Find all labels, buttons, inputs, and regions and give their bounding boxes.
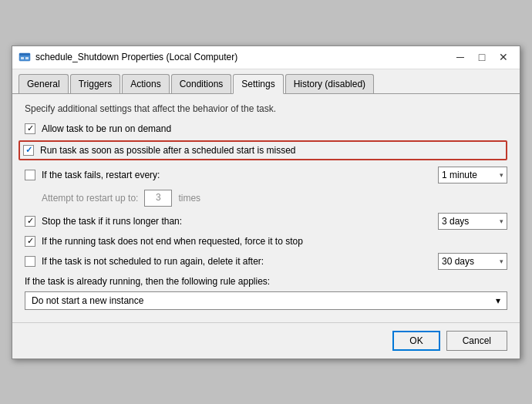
checkbox-delete[interactable]	[25, 256, 35, 267]
option-force-stop: If the running task does not end when re…	[25, 236, 507, 247]
dropdown-stop-duration-value: 3 days	[442, 216, 469, 227]
dropdown-restart-every-value: 1 minute	[442, 170, 477, 180]
tab-triggers[interactable]: Triggers	[70, 74, 121, 93]
maximize-button[interactable]: □	[472, 49, 492, 66]
tab-actions[interactable]: Actions	[122, 74, 169, 93]
ok-button[interactable]: OK	[392, 331, 439, 351]
checkbox-if-task-fails[interactable]	[25, 170, 35, 180]
dropdown-restart-every-arrow: ▾	[500, 171, 503, 179]
dropdown-stop-duration-arrow: ▾	[500, 217, 503, 225]
checkbox-run-after-missed[interactable]	[23, 145, 34, 156]
dropdown-running-rule[interactable]: Do not start a new instance ▾	[25, 291, 507, 310]
minimize-button[interactable]: ─	[450, 49, 470, 66]
row-left-stop-if-longer: Stop the task if it runs longer than:	[25, 216, 182, 227]
input-restart-count[interactable]: 3	[144, 190, 172, 207]
dialog-footer: OK Cancel	[12, 322, 520, 359]
title-bar: schedule_Shutdown Properties (Local Comp…	[12, 46, 520, 69]
option-run-after-missed: Run task as soon as possible after a sch…	[19, 140, 507, 160]
checkbox-force-stop[interactable]	[25, 236, 35, 247]
label-stop-if-longer: Stop the task if it runs longer than:	[42, 216, 182, 227]
tab-bar: General Triggers Actions Conditions Sett…	[12, 69, 520, 94]
dropdown-delete-after-value: 30 days	[442, 256, 474, 267]
row-stop-if-longer: Stop the task if it runs longer than: 3 …	[25, 213, 507, 230]
dropdown-restart-every[interactable]: 1 minute ▾	[438, 167, 507, 183]
label-run-after-missed: Run task as soon as possible after a sch…	[40, 145, 296, 156]
option-allow-run-on-demand: Allow task to be run on demand	[25, 123, 507, 134]
label-allow-run-on-demand: Allow task to be run on demand	[42, 123, 171, 134]
dropdown-delete-after-arrow: ▾	[500, 258, 503, 265]
row-left-delete: If the task is not scheduled to run agai…	[25, 256, 264, 267]
title-bar-left: schedule_Shutdown Properties (Local Comp…	[19, 51, 237, 63]
rule-label: If the task is already running, then the…	[25, 276, 507, 287]
window-icon	[19, 51, 31, 63]
row-if-task-fails: If the task fails, restart every: 1 minu…	[25, 167, 507, 183]
title-bar-controls: ─ □ ✕	[450, 49, 513, 66]
row-delete-if-not-scheduled: If the task is not scheduled to run agai…	[25, 253, 507, 270]
label-if-task-fails: If the task fails, restart every:	[42, 170, 160, 180]
tab-general[interactable]: General	[19, 74, 69, 93]
cancel-button[interactable]: Cancel	[446, 331, 507, 351]
tab-conditions[interactable]: Conditions	[171, 74, 232, 93]
description-text: Specify additional settings that affect …	[25, 103, 507, 114]
svg-rect-2	[21, 57, 24, 59]
close-button[interactable]: ✕	[493, 49, 513, 66]
svg-rect-3	[25, 57, 29, 59]
window-title: schedule_Shutdown Properties (Local Comp…	[35, 52, 237, 62]
label-times: times	[178, 193, 200, 204]
dropdown-delete-after[interactable]: 30 days ▾	[438, 253, 507, 270]
label-delete: If the task is not scheduled to run agai…	[42, 256, 264, 267]
dropdown-running-rule-value: Do not start a new instance	[32, 295, 143, 306]
tab-history[interactable]: History (disabled)	[285, 74, 374, 93]
row-left-if-task-fails: If the task fails, restart every:	[25, 170, 160, 180]
label-attempt-restart: Attempt to restart up to:	[42, 193, 138, 204]
row-attempt-restart: Attempt to restart up to: 3 times	[42, 190, 507, 207]
svg-rect-1	[19, 53, 30, 56]
checkbox-allow-run-on-demand[interactable]	[25, 123, 35, 134]
dialog-window: schedule_Shutdown Properties (Local Comp…	[12, 45, 520, 359]
dropdown-running-rule-arrow: ▾	[496, 295, 500, 306]
checkbox-stop-if-longer[interactable]	[25, 216, 35, 227]
tab-settings[interactable]: Settings	[233, 74, 283, 94]
label-force-stop: If the running task does not end when re…	[42, 236, 303, 247]
settings-content: Specify additional settings that affect …	[12, 94, 520, 322]
dropdown-stop-duration[interactable]: 3 days ▾	[438, 213, 507, 230]
